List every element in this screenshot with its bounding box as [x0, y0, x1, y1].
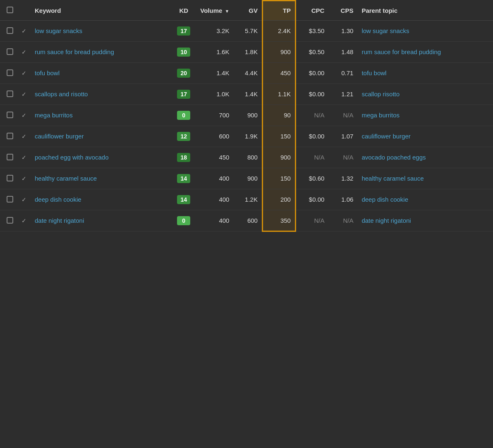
- row-cps: 1.48: [328, 41, 357, 62]
- row-parent-topic[interactable]: deep dish cookie: [357, 189, 493, 210]
- row-gv: 800: [233, 147, 262, 168]
- row-keyword[interactable]: tofu bowl: [31, 62, 171, 83]
- row-checkmark-cell: ✓: [17, 83, 31, 105]
- row-checkbox[interactable]: [7, 196, 13, 203]
- table-row: ✓low sugar snacks173.2K5.7K2.4K$3.501.30…: [0, 20, 493, 41]
- table-row: ✓tofu bowl201.4K4.4K450$0.000.71tofu bow…: [0, 62, 493, 83]
- row-cps: 0.71: [328, 62, 357, 83]
- row-volume: 400: [196, 168, 233, 189]
- row-parent-topic[interactable]: cauliflower burger: [357, 126, 493, 147]
- row-cps: N/A: [328, 105, 357, 126]
- row-cpc: N/A: [295, 147, 328, 168]
- row-keyword[interactable]: date night rigatoni: [31, 210, 171, 231]
- row-parent-topic[interactable]: scallop risotto: [357, 83, 493, 105]
- row-checkbox[interactable]: [7, 112, 13, 118]
- row-parent-topic[interactable]: mega burritos: [357, 105, 493, 126]
- row-keyword[interactable]: scallops and risotto: [31, 83, 171, 105]
- row-keyword[interactable]: rum sauce for bread pudding: [31, 41, 171, 62]
- row-tp: 900: [262, 41, 295, 62]
- row-gv: 5.7K: [233, 20, 262, 41]
- row-checkbox[interactable]: [7, 27, 13, 34]
- row-checkbox[interactable]: [7, 154, 13, 160]
- row-tp: 90: [262, 105, 295, 126]
- row-kd: 0: [171, 105, 196, 126]
- row-parent-topic[interactable]: avocado poached eggs: [357, 147, 493, 168]
- row-tp: 200: [262, 189, 295, 210]
- row-keyword[interactable]: mega burritos: [31, 105, 171, 126]
- row-tp: 2.4K: [262, 20, 295, 41]
- row-checkbox[interactable]: [7, 48, 13, 55]
- row-checkmark-cell: ✓: [17, 147, 31, 168]
- checkmark-icon: ✓: [22, 112, 26, 119]
- sort-arrow-icon: ▼: [225, 9, 230, 14]
- row-checkbox[interactable]: [7, 217, 13, 224]
- header-cpc[interactable]: CPC: [295, 1, 328, 21]
- row-keyword[interactable]: cauliflower burger: [31, 126, 171, 147]
- checkmark-icon: ✓: [22, 154, 26, 161]
- row-parent-topic[interactable]: rum sauce for bread pudding: [357, 41, 493, 62]
- header-checkmark: [17, 1, 31, 21]
- row-cpc: $0.00: [295, 189, 328, 210]
- header-tp[interactable]: TP: [262, 1, 295, 21]
- row-checkbox-cell: [0, 105, 17, 126]
- row-checkbox[interactable]: [7, 91, 13, 97]
- table-header-row: Keyword KD Volume ▼ GV TP CPC CPS Parent…: [0, 1, 493, 21]
- row-checkbox-cell: [0, 41, 17, 62]
- checkmark-icon: ✓: [22, 133, 26, 140]
- row-parent-topic[interactable]: low sugar snacks: [357, 20, 493, 41]
- table-row: ✓scallops and risotto171.0K1.4K1.1K$0.00…: [0, 83, 493, 105]
- row-parent-topic[interactable]: date night rigatoni: [357, 210, 493, 231]
- row-volume: 450: [196, 147, 233, 168]
- row-checkbox[interactable]: [7, 69, 13, 76]
- row-checkbox-cell: [0, 83, 17, 105]
- row-keyword[interactable]: poached egg with avocado: [31, 147, 171, 168]
- row-checkbox-cell: [0, 168, 17, 189]
- select-all-checkbox[interactable]: [7, 7, 13, 13]
- row-checkbox-cell: [0, 147, 17, 168]
- kd-badge: 0: [177, 111, 190, 120]
- row-gv: 1.8K: [233, 41, 262, 62]
- header-checkbox[interactable]: [0, 1, 17, 21]
- table-row: ✓cauliflower burger126001.9K150$0.001.07…: [0, 126, 493, 147]
- row-parent-topic[interactable]: tofu bowl: [357, 62, 493, 83]
- header-gv[interactable]: GV: [233, 1, 262, 21]
- checkmark-icon: ✓: [22, 175, 26, 182]
- row-kd: 20: [171, 62, 196, 83]
- kd-badge: 10: [177, 48, 190, 57]
- row-tp: 1.1K: [262, 83, 295, 105]
- row-gv: 1.2K: [233, 189, 262, 210]
- header-volume[interactable]: Volume ▼: [196, 1, 233, 21]
- kd-badge: 14: [177, 174, 190, 183]
- row-keyword[interactable]: deep dish cookie: [31, 189, 171, 210]
- row-kd: 17: [171, 20, 196, 41]
- row-cpc: $0.00: [295, 62, 328, 83]
- row-checkmark-cell: ✓: [17, 62, 31, 83]
- header-kd[interactable]: KD: [171, 1, 196, 21]
- row-checkbox-cell: [0, 20, 17, 41]
- row-checkbox-cell: [0, 126, 17, 147]
- row-cps: N/A: [328, 210, 357, 231]
- row-checkbox-cell: [0, 210, 17, 231]
- row-keyword[interactable]: low sugar snacks: [31, 20, 171, 41]
- keyword-table-container: Keyword KD Volume ▼ GV TP CPC CPS Parent…: [0, 0, 493, 448]
- row-checkbox[interactable]: [7, 133, 13, 139]
- kd-badge: 0: [177, 216, 190, 225]
- row-checkbox[interactable]: [7, 175, 13, 181]
- row-volume: 400: [196, 210, 233, 231]
- row-checkmark-cell: ✓: [17, 41, 31, 62]
- header-cps[interactable]: CPS: [328, 1, 357, 21]
- row-cps: 1.07: [328, 126, 357, 147]
- row-checkmark-cell: ✓: [17, 189, 31, 210]
- table-row: ✓mega burritos070090090N/AN/Amega burrit…: [0, 105, 493, 126]
- row-gv: 900: [233, 105, 262, 126]
- row-cps: 1.06: [328, 189, 357, 210]
- row-tp: 450: [262, 62, 295, 83]
- row-gv: 900: [233, 168, 262, 189]
- row-volume: 1.0K: [196, 83, 233, 105]
- row-parent-topic[interactable]: healthy caramel sauce: [357, 168, 493, 189]
- row-cps: 1.30: [328, 20, 357, 41]
- row-gv: 1.9K: [233, 126, 262, 147]
- row-cps: N/A: [328, 147, 357, 168]
- table-row: ✓rum sauce for bread pudding101.6K1.8K90…: [0, 41, 493, 62]
- row-keyword[interactable]: healthy caramel sauce: [31, 168, 171, 189]
